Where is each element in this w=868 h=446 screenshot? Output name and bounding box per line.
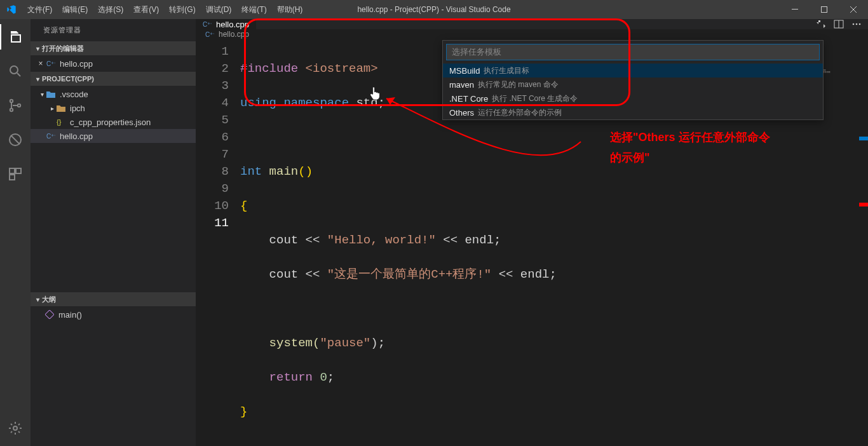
file-label: hello.cpp — [60, 132, 93, 141]
svg-text:C⁺⁺: C⁺⁺ — [46, 133, 55, 140]
activity-explorer-icon[interactable] — [0, 24, 31, 50]
svg-rect-8 — [16, 168, 21, 173]
quickpick-item-netcore[interactable]: .NET Core 执行 .NET Core 生成命令 — [443, 91, 823, 105]
overview-ruler[interactable] — [859, 55, 868, 445]
svg-rect-0 — [792, 9, 798, 10]
menu-select[interactable]: 选择(S) — [93, 0, 128, 19]
svg-point-10 — [13, 426, 17, 430]
svg-point-2 — [10, 66, 18, 74]
breadcrumbs[interactable]: C⁺⁺ hello.cpp — [196, 29, 868, 39]
window-maximize-button[interactable] — [810, 0, 839, 19]
outline-header-label: 大纲 — [42, 295, 56, 304]
svg-point-18 — [853, 24, 855, 25]
cpp-file-icon: C⁺⁺ — [202, 19, 212, 29]
annotation-text: 选择"Others 运行任意外部命令的示例" — [610, 127, 775, 168]
svg-point-5 — [18, 104, 20, 107]
menu-view[interactable]: 查看(V) — [128, 0, 164, 19]
cpp-file-icon: C⁺⁺ — [46, 58, 56, 69]
split-editor-icon[interactable] — [834, 19, 844, 29]
file-label: c_cpp_properties.json — [70, 118, 151, 127]
menu-file[interactable]: 文件(F) — [22, 0, 57, 19]
svg-text:C⁺⁺: C⁺⁺ — [46, 60, 55, 67]
window-minimize-button[interactable] — [780, 0, 810, 19]
cpp-file-icon: C⁺⁺ — [205, 29, 215, 39]
quickpick-task-template: 选择任务模板 MSBuild 执行生成目标 maven 执行常见的 maven … — [442, 40, 824, 120]
quickpick-item-maven[interactable]: maven 执行常见的 maven 命令 — [443, 78, 823, 91]
svg-rect-1 — [822, 7, 827, 13]
menu-bar: 文件(F) 编辑(E) 选择(S) 查看(V) 转到(G) 调试(D) 终端(T… — [22, 0, 308, 19]
svg-rect-9 — [10, 175, 15, 180]
activity-debug-icon[interactable] — [0, 127, 31, 152]
cpp-file-icon: C⁺⁺ — [46, 131, 56, 141]
sidebar-title: 资源管理器 — [31, 19, 196, 41]
activity-bar — [0, 19, 31, 446]
chevron-right-icon: ▸ — [48, 105, 56, 112]
folder-icon — [46, 89, 56, 99]
chevron-down-icon: ▾ — [38, 91, 46, 98]
quickpick-placeholder: 选择任务模板 — [452, 46, 501, 58]
svg-rect-7 — [10, 168, 15, 173]
svg-point-19 — [856, 24, 858, 25]
project-header-label: PROJECT(CPP) — [42, 75, 94, 83]
outline-header[interactable]: ▾ 大纲 — [31, 292, 196, 306]
sidebar-explorer: 资源管理器 ▾ 打开的编辑器 × C⁺⁺ hello.cpp ▾ PROJECT… — [31, 19, 196, 446]
activity-scm-icon[interactable] — [0, 93, 31, 118]
tab-hello-cpp[interactable]: C⁺⁺ hello.cpp — [196, 19, 256, 29]
folder-label: .vscode — [60, 90, 88, 99]
compare-changes-icon[interactable] — [816, 19, 826, 29]
project-header[interactable]: ▾ PROJECT(CPP) — [31, 72, 196, 86]
svg-rect-14 — [45, 310, 54, 319]
editor-group: C⁺⁺ hello.cpp C⁺⁺ hello.cpp 1 2 3 4 5 6 … — [196, 19, 868, 446]
menu-goto[interactable]: 转到(G) — [164, 0, 200, 19]
titlebar: 文件(F) 编辑(E) 选择(S) 查看(V) 转到(G) 调试(D) 终端(T… — [0, 0, 868, 19]
open-editor-name: hello.cpp — [60, 59, 93, 69]
more-actions-icon[interactable] — [851, 19, 862, 29]
svg-point-20 — [859, 24, 861, 25]
breadcrumb-file: hello.cpp — [219, 30, 249, 39]
json-file-icon: {} — [56, 117, 66, 127]
window-close-button[interactable] — [839, 0, 868, 19]
quickpick-item-msbuild[interactable]: MSBuild 执行生成目标 — [443, 64, 823, 78]
chevron-down-icon: ▾ — [33, 296, 42, 303]
svg-text:C⁺⁺: C⁺⁺ — [205, 31, 214, 38]
activity-search-icon[interactable] — [0, 58, 31, 84]
activity-extensions-icon[interactable] — [0, 161, 31, 187]
folder-label: ipch — [70, 104, 85, 113]
line-gutter: 1 2 3 4 5 6 7 8 9 10 11 — [196, 39, 240, 446]
open-editors-header[interactable]: ▾ 打开的编辑器 — [31, 41, 196, 55]
file-hello-cpp[interactable]: C⁺⁺ hello.cpp — [31, 129, 196, 143]
menu-terminal[interactable]: 终端(T) — [236, 0, 271, 19]
close-icon[interactable]: × — [36, 59, 46, 68]
editor-tabs: C⁺⁺ hello.cpp — [196, 19, 868, 29]
file-c-cpp-properties[interactable]: {} c_cpp_properties.json — [31, 115, 196, 129]
quickpick-input[interactable]: 选择任务模板 — [446, 44, 820, 60]
outline-item-label: main() — [58, 310, 82, 320]
svg-text:C⁺⁺: C⁺⁺ — [203, 21, 212, 28]
open-editor-item[interactable]: × C⁺⁺ hello.cpp — [31, 57, 196, 71]
activity-settings-icon[interactable] — [0, 416, 31, 441]
svg-text:{}: {} — [57, 118, 62, 126]
vscode-logo-icon — [0, 4, 22, 15]
quickpick-item-others[interactable]: Others 运行任意外部命令的示例 — [443, 105, 823, 119]
chevron-down-icon: ▾ — [33, 45, 42, 52]
svg-point-4 — [10, 109, 13, 111]
chevron-down-icon: ▾ — [33, 76, 42, 83]
menu-debug[interactable]: 调试(D) — [201, 0, 237, 19]
outline-item-main[interactable]: main() — [31, 307, 196, 321]
folder-vscode[interactable]: ▾ .vscode — [31, 87, 196, 101]
folder-icon — [56, 103, 66, 113]
tab-label: hello.cpp — [216, 20, 249, 29]
folder-ipch[interactable]: ▸ ipch — [31, 101, 196, 115]
menu-help[interactable]: 帮助(H) — [272, 0, 308, 19]
menu-edit[interactable]: 编辑(E) — [57, 0, 93, 19]
method-icon — [44, 309, 55, 320]
open-editors-label: 打开的编辑器 — [42, 44, 84, 53]
svg-point-3 — [10, 100, 13, 102]
